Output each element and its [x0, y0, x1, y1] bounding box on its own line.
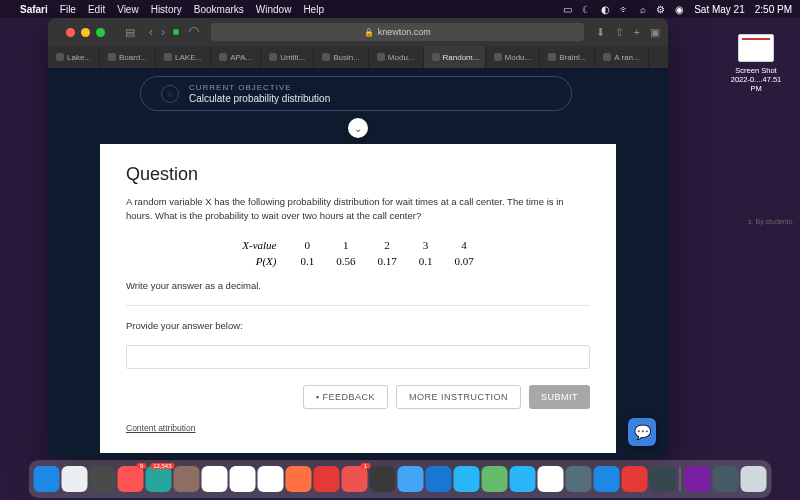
forward-button[interactable]: › — [161, 25, 165, 39]
dock-app-icon[interactable] — [202, 466, 228, 492]
dock-app-icon[interactable] — [174, 466, 200, 492]
menubar-edit[interactable]: Edit — [88, 4, 105, 15]
question-heading: Question — [126, 164, 590, 185]
browser-tab[interactable]: Random... — [424, 46, 486, 68]
browser-tab[interactable]: Busin... — [314, 46, 369, 68]
maximize-window-button[interactable] — [96, 28, 105, 37]
provide-label: Provide your answer below: — [126, 320, 590, 331]
sidebar-toggle-icon[interactable]: ▤ — [125, 26, 135, 39]
notification-badge: 12,543 — [150, 463, 174, 469]
p-value-cell: 0.17 — [367, 254, 406, 268]
window-toolbar: ▤ ‹ › 🔒 knewton.com ⬇ ⇧ + ▣ — [48, 18, 668, 46]
favicon-icon — [56, 53, 64, 61]
menubar-help[interactable]: Help — [303, 4, 324, 15]
x-value-cell: 2 — [367, 238, 406, 252]
menubar-bookmarks[interactable]: Bookmarks — [194, 4, 244, 15]
browser-tab[interactable]: Brainl... — [540, 46, 595, 68]
dock-app-icon[interactable] — [62, 466, 88, 492]
dock-app-icon[interactable] — [713, 466, 739, 492]
new-tab-icon[interactable]: + — [634, 26, 640, 39]
x-value-cell: 1 — [326, 238, 365, 252]
dock-app-icon[interactable] — [286, 466, 312, 492]
display-icon[interactable]: ◐ — [601, 4, 610, 15]
grammarly-icon[interactable] — [173, 29, 179, 35]
dock-app-icon[interactable] — [741, 466, 767, 492]
browser-tab[interactable]: Lake... — [48, 46, 100, 68]
dock-app-icon[interactable] — [685, 466, 711, 492]
download-icon[interactable]: ⬇ — [596, 26, 605, 39]
dock-app-icon[interactable] — [650, 466, 676, 492]
expand-toggle-button[interactable]: ⌄ — [348, 118, 368, 138]
control-center-icon[interactable]: ⚙ — [656, 4, 665, 15]
menubar-date[interactable]: Sat May 21 — [694, 4, 745, 15]
dock-app-icon[interactable] — [426, 466, 452, 492]
dock-app-icon[interactable] — [398, 466, 424, 492]
browser-tab[interactable]: LAKE... — [156, 46, 211, 68]
more-instruction-button[interactable]: MORE INSTRUCTION — [396, 385, 521, 409]
x-value-cell: 0 — [290, 238, 324, 252]
background-window-text: s. By students. — [748, 218, 794, 225]
screen-mirror-icon[interactable]: ▭ — [563, 4, 572, 15]
dock-app-icon[interactable] — [510, 466, 536, 492]
x-row-label: X-value — [232, 238, 288, 252]
moon-icon[interactable]: ☾ — [582, 4, 591, 15]
p-value-cell: 0.1 — [290, 254, 324, 268]
notification-badge: 9 — [137, 463, 147, 469]
back-button[interactable]: ‹ — [149, 25, 153, 39]
dock-app-icon[interactable] — [622, 466, 648, 492]
menubar-file[interactable]: File — [60, 4, 76, 15]
dock-app-icon[interactable] — [90, 466, 116, 492]
shield-icon[interactable] — [187, 25, 201, 39]
tab-label: LAKE... — [175, 53, 202, 62]
dock-app-icon[interactable]: 1 — [342, 466, 368, 492]
menubar-window[interactable]: Window — [256, 4, 292, 15]
favicon-icon — [108, 53, 116, 61]
browser-tab[interactable]: APA... — [211, 46, 261, 68]
browser-tab[interactable]: A ran... — [595, 46, 648, 68]
star-icon: ☆ — [161, 85, 179, 103]
file-label-line2: 2022-0....47.51 PM — [728, 75, 784, 93]
menubar-view[interactable]: View — [117, 4, 139, 15]
wifi-icon[interactable]: ᯤ — [620, 4, 630, 15]
content-attribution-link[interactable]: Content attribution — [126, 423, 590, 433]
notification-badge: 1 — [361, 463, 371, 469]
dock-app-icon[interactable] — [314, 466, 340, 492]
minimize-window-button[interactable] — [81, 28, 90, 37]
menubar-app[interactable]: Safari — [20, 4, 48, 15]
tab-label: Random... — [443, 53, 480, 62]
answer-input[interactable] — [126, 345, 590, 369]
close-window-button[interactable] — [66, 28, 75, 37]
dock-app-icon[interactable] — [566, 466, 592, 492]
dock-app-icon[interactable] — [230, 466, 256, 492]
desktop-screenshot-file[interactable]: Screen Shot 2022-0....47.51 PM — [728, 34, 784, 93]
address-bar[interactable]: 🔒 knewton.com — [211, 23, 584, 41]
dock-app-icon[interactable] — [538, 466, 564, 492]
divider — [126, 305, 590, 306]
chat-widget-button[interactable]: 💬 — [628, 418, 656, 446]
p-row-label: P(X) — [232, 254, 288, 268]
dock-app-icon[interactable] — [594, 466, 620, 492]
dock-app-icon[interactable]: 9 — [118, 466, 144, 492]
menubar-history[interactable]: History — [151, 4, 182, 15]
submit-button[interactable]: SUBMIT — [529, 385, 590, 409]
siri-icon[interactable]: ◉ — [675, 4, 684, 15]
tab-label: Busin... — [333, 53, 360, 62]
mac-menubar: Safari File Edit View History Bookmarks … — [0, 0, 800, 18]
dock-app-icon[interactable] — [370, 466, 396, 492]
dock-app-icon[interactable] — [454, 466, 480, 492]
feedback-button[interactable]: ▪FEEDBACK — [303, 385, 388, 409]
tab-label: A ran... — [614, 53, 639, 62]
share-icon[interactable]: ⇧ — [615, 26, 624, 39]
dock-app-icon[interactable] — [482, 466, 508, 492]
desktop: Screen Shot 2022-0....47.51 PM s. By stu… — [0, 18, 800, 460]
tabs-overview-icon[interactable]: ▣ — [650, 26, 660, 39]
browser-tab[interactable]: Untitl... — [261, 46, 314, 68]
dock-app-icon[interactable] — [34, 466, 60, 492]
browser-tab[interactable]: Board... — [100, 46, 156, 68]
menubar-time[interactable]: 2:50 PM — [755, 4, 792, 15]
search-icon[interactable]: ⌕ — [640, 4, 646, 15]
browser-tab[interactable]: Modu... — [486, 46, 541, 68]
dock-app-icon[interactable]: 12,543 — [146, 466, 172, 492]
dock-app-icon[interactable] — [258, 466, 284, 492]
browser-tab[interactable]: Modu... — [369, 46, 424, 68]
